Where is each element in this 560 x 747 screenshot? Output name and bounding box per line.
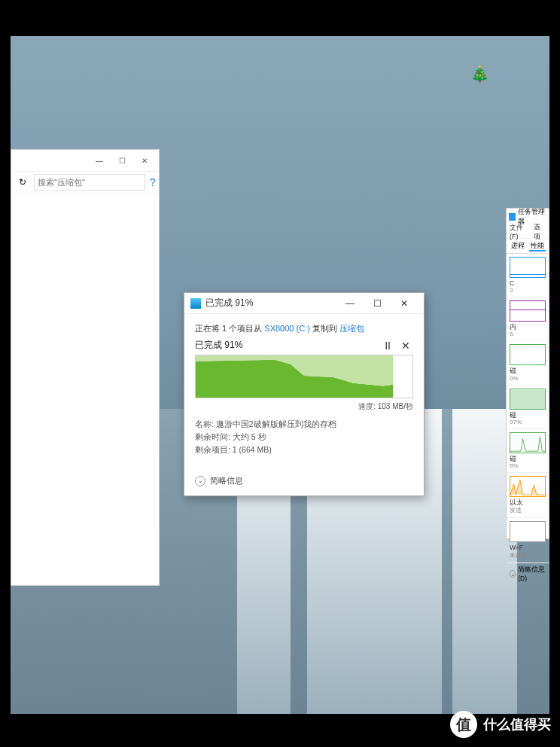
chevron-down-icon[interactable]: ⌄ <box>510 570 516 578</box>
watermark-text: 什么值得买 <box>483 715 551 733</box>
perf-disk1[interactable]: 磁 97% <box>507 386 549 429</box>
copy-source-line: 正在将 1 个项目从 SX8000 (C:) 复制到 压缩包 <box>195 323 413 334</box>
copy-titlebar[interactable]: 已完成 91% — ☐ ✕ <box>184 293 424 314</box>
taskmgr-footer[interactable]: ⌄ 简略信息(D) <box>507 563 549 584</box>
tab-performance[interactable]: 性能 <box>529 240 546 252</box>
copy-details: 名称: 遨游中国2破解版解压到我的存档 剩余时间: 大约 5 秒 剩余项目: 1… <box>195 418 413 456</box>
chevron-down-icon[interactable]: ⌄ <box>195 476 205 486</box>
refresh-icon[interactable]: ↻ <box>16 177 29 188</box>
pause-button[interactable]: II <box>385 340 391 352</box>
watermark-badge: 值 <box>450 711 477 738</box>
search-input[interactable] <box>34 174 145 191</box>
close-button[interactable]: ✕ <box>133 151 156 169</box>
maximize-button[interactable]: ☐ <box>364 293 391 314</box>
progress-fill-icon <box>196 355 393 398</box>
file-name: 遨游中国2破解版解压到我的存档 <box>216 419 336 428</box>
speed-label: 速度: 103 MB/秒 <box>195 401 413 412</box>
progress-row: 已完成 91% II ✕ <box>195 339 413 352</box>
progress-graph <box>195 355 413 398</box>
cpu-chart-icon <box>510 257 546 278</box>
tab-processes[interactable]: 进程 <box>510 240 526 252</box>
source-link[interactable]: SX8000 (C:) <box>264 324 310 333</box>
memory-chart-icon <box>510 300 546 322</box>
minimize-button[interactable]: — <box>336 293 364 314</box>
explorer-window: — ☐ ✕ ↻ ? <box>11 149 160 586</box>
perf-disk0[interactable]: 磁 0% <box>507 341 549 385</box>
copy-title: 已完成 91% <box>205 297 336 309</box>
desktop-tree-icon[interactable]: 🎄 <box>470 65 489 83</box>
menu-file[interactable]: 文件(F) <box>510 223 529 240</box>
explorer-toolbar: ↻ ? <box>11 171 159 194</box>
taskmgr-icon <box>509 213 516 221</box>
task-manager-window: 任务管理器 文件(F) 选项 进程 性能 C 3 内 6. 磁 0% 磁 97% <box>506 208 549 539</box>
minimize-button[interactable]: — <box>88 151 111 169</box>
dest-link[interactable]: 压缩包 <box>339 324 364 333</box>
menu-options[interactable]: 选项 <box>534 222 546 242</box>
perf-wifi[interactable]: Wi-F 未连接 <box>507 518 549 563</box>
copy-body: 正在将 1 个项目从 SX8000 (C:) 复制到 压缩包 已完成 91% I… <box>184 314 424 471</box>
taskmgr-tabs: 进程 性能 <box>507 239 549 254</box>
perf-ethernet[interactable]: 以太 发送 <box>507 473 549 518</box>
wifi-chart-icon <box>510 521 546 542</box>
desktop: 🎄 — ☐ ✕ ↻ ? 已完成 91% — ☐ ✕ 正在将 1 个项目从 SX8… <box>11 36 549 714</box>
disk-chart-icon <box>510 344 546 365</box>
disk-chart-icon <box>510 389 546 410</box>
footer-label: 简略信息 <box>210 475 243 486</box>
help-icon[interactable]: ? <box>150 176 156 188</box>
perf-memory[interactable]: 内 6. <box>507 297 549 341</box>
percent-label: 已完成 91% <box>195 339 242 352</box>
perf-disk2[interactable]: 磁 8% <box>507 429 549 473</box>
cancel-button[interactable]: ✕ <box>401 340 410 352</box>
perf-cpu[interactable]: C 3 <box>507 254 549 297</box>
ethernet-chart-icon <box>510 476 546 497</box>
disk-chart-icon <box>510 432 546 453</box>
explorer-titlebar[interactable]: — ☐ ✕ <box>11 150 159 171</box>
copy-dialog: 已完成 91% — ☐ ✕ 正在将 1 个项目从 SX8000 (C:) 复制到… <box>184 292 425 496</box>
close-button[interactable]: ✕ <box>391 293 418 314</box>
copy-footer[interactable]: ⌄ 简略信息 <box>184 471 424 495</box>
explorer-body <box>11 194 159 585</box>
time-remaining: 大约 5 秒 <box>233 432 266 441</box>
items-remaining: 1 (664 MB) <box>233 445 272 454</box>
taskmgr-menu: 文件(F) 选项 <box>507 225 549 239</box>
copy-dialog-icon <box>190 298 201 309</box>
watermark: 值 什么值得买 <box>450 711 551 738</box>
maximize-button[interactable]: ☐ <box>111 151 133 169</box>
